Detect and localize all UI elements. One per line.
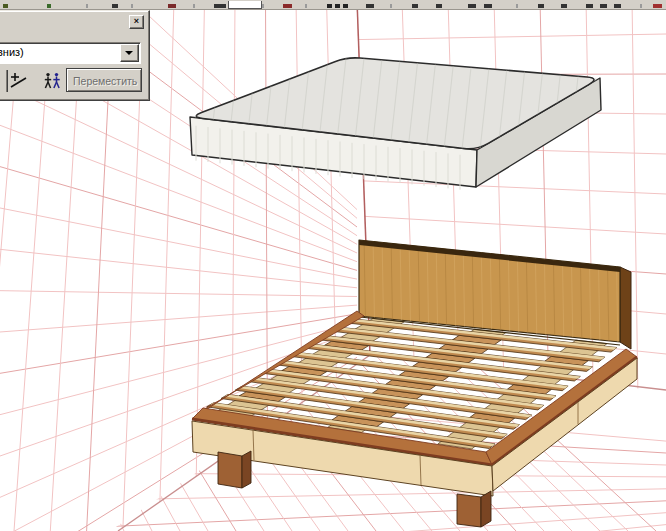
toolbar-icon-fragment[interactable] [262, 4, 264, 8]
toolbar-icon-fragment[interactable] [131, 4, 133, 8]
toolbar-icon-fragment[interactable] [390, 4, 392, 8]
dialog-close-button[interactable]: × [129, 15, 144, 29]
toolbar-field-fragment[interactable] [228, 1, 262, 9]
toolbar-icon-fragment[interactable] [327, 4, 332, 8]
toolbar-icon-fragment[interactable] [600, 4, 607, 8]
toolbar-icon-fragment[interactable] [614, 4, 621, 8]
plus-slash-glyph [9, 71, 29, 91]
toolbar-icon-fragment[interactable] [484, 4, 492, 8]
toolbar-icon-fragment[interactable] [343, 4, 348, 8]
dialog-titlebar[interactable] [0, 11, 149, 29]
toolbar-icon-fragment[interactable] [112, 4, 118, 8]
toolbar-icon-fragment[interactable] [168, 4, 176, 8]
app-window: × вниз) [0, 0, 666, 531]
toolbar-icon-fragment[interactable] [305, 4, 307, 8]
toolbar-icon-fragment[interactable] [366, 4, 374, 8]
toolbar-icon-fragment[interactable] [283, 4, 292, 8]
bed-frame-model[interactable] [192, 235, 637, 527]
chevron-down-icon [125, 51, 133, 55]
toolbar-icon-fragment[interactable] [86, 4, 88, 8]
plus-minus-toggle-icon[interactable] [9, 71, 29, 91]
combobox-value: вниз) [0, 46, 24, 58]
toolbar-icon-fragment[interactable] [47, 4, 51, 8]
toolbar-button-fragment[interactable] [0, 70, 8, 92]
toolbar-icon-fragment[interactable] [436, 4, 442, 8]
two-figures-glyph [43, 71, 63, 91]
top-toolbar[interactable] [0, 0, 666, 10]
toolbar-icon-fragment[interactable] [538, 4, 544, 8]
toolbar-icon-fragment[interactable] [335, 4, 340, 8]
combobox-dropdown-button[interactable] [120, 44, 139, 62]
toolbar-icon-fragment[interactable] [412, 4, 418, 8]
toolbar-icon-fragment[interactable] [468, 4, 476, 8]
toolbar-icon-fragment[interactable] [3, 4, 8, 8]
direction-combobox[interactable]: вниз) [0, 42, 141, 64]
toolbar-icon-fragment[interactable] [193, 4, 195, 8]
toolbar-icon-fragment[interactable] [214, 4, 226, 8]
toolbar-icon-fragment[interactable] [586, 4, 593, 8]
people-icon[interactable] [43, 71, 63, 91]
toolbar-icon-fragment[interactable] [640, 4, 642, 8]
toolbar-icon-fragment[interactable] [516, 4, 518, 8]
toolbar-icon-fragment[interactable] [653, 4, 662, 8]
mattress-model[interactable] [168, 40, 601, 205]
move-button[interactable]: Переместить [66, 68, 142, 92]
move-dialog[interactable]: × вниз) [0, 10, 150, 101]
toolbar-icon-fragment[interactable] [561, 4, 567, 8]
